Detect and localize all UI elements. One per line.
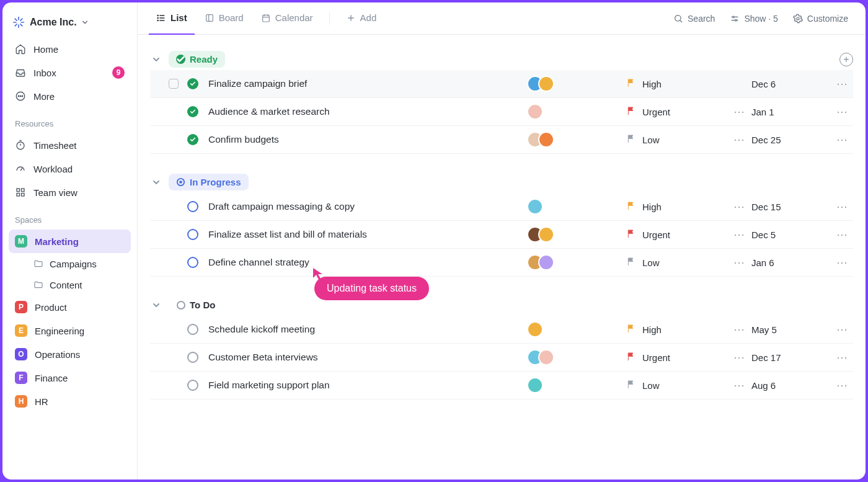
- priority-cell[interactable]: Low: [626, 134, 732, 146]
- priority-cell[interactable]: Urgent: [626, 106, 732, 118]
- avatar[interactable]: [527, 199, 543, 215]
- nav-teamview[interactable]: Team view: [9, 181, 131, 204]
- assignees[interactable]: [527, 254, 626, 270]
- avatar[interactable]: [538, 254, 554, 270]
- task-title[interactable]: Field marketing support plan: [208, 380, 527, 391]
- task-status-icon[interactable]: [187, 257, 198, 268]
- avatar[interactable]: [527, 377, 543, 393]
- folder-item-content[interactable]: Content: [9, 274, 131, 295]
- nav-more[interactable]: More: [9, 84, 131, 108]
- task-row[interactable]: Customer Beta interviews Urgent ⋯ Dec 17…: [150, 344, 853, 372]
- row-more-button[interactable]: ⋯: [831, 256, 853, 269]
- avatar[interactable]: [538, 349, 554, 365]
- task-title[interactable]: Define channel strategy: [208, 257, 527, 268]
- task-row[interactable]: Finalize asset list and bill of material…: [150, 221, 853, 249]
- row-more-button[interactable]: ⋯: [831, 105, 853, 118]
- task-status-icon[interactable]: [187, 229, 198, 240]
- collapse-icon[interactable]: [150, 53, 162, 66]
- row-more-button[interactable]: ⋯: [831, 200, 853, 213]
- add-task-button[interactable]: +: [839, 53, 853, 66]
- show-action[interactable]: Show · 5: [724, 7, 784, 30]
- due-cell[interactable]: ⋯ Dec 15: [732, 200, 831, 213]
- assignees[interactable]: [527, 104, 626, 120]
- status-chip[interactable]: Ready: [169, 51, 225, 68]
- task-row[interactable]: Field marketing support plan Low ⋯ Aug 6…: [150, 372, 853, 399]
- task-status-icon[interactable]: [187, 201, 198, 212]
- assignees[interactable]: [527, 132, 626, 148]
- task-status-icon[interactable]: [187, 134, 198, 145]
- task-row[interactable]: Draft campaign messaging & copy High ⋯ D…: [150, 193, 853, 221]
- row-more-button[interactable]: ⋯: [831, 323, 853, 336]
- nav-workload[interactable]: Workload: [9, 157, 131, 181]
- nav-timesheet[interactable]: Timesheet: [9, 133, 131, 157]
- status-chip[interactable]: In Progress: [169, 174, 249, 190]
- priority-cell[interactable]: High: [626, 201, 732, 213]
- due-cell[interactable]: ⋯ Dec 5: [732, 228, 831, 241]
- row-more-button[interactable]: ⋯: [831, 228, 853, 241]
- view-tab-list[interactable]: List: [149, 2, 195, 35]
- priority-cell[interactable]: High: [626, 78, 732, 90]
- due-cell[interactable]: ⋯ Dec 25: [732, 133, 831, 146]
- task-status-icon[interactable]: [187, 78, 198, 89]
- status-chip[interactable]: To Do: [169, 297, 223, 313]
- task-title[interactable]: Draft campaign messaging & copy: [208, 201, 527, 212]
- due-cell[interactable]: ⋯ Aug 6: [732, 378, 831, 392]
- task-status-icon[interactable]: [187, 106, 198, 117]
- assignees[interactable]: [527, 226, 626, 243]
- avatar[interactable]: [527, 104, 543, 120]
- nav-home[interactable]: Home: [9, 37, 131, 61]
- row-more-button[interactable]: ⋯: [831, 350, 853, 364]
- assignees[interactable]: [527, 321, 626, 337]
- due-cell[interactable]: Dec 6: [732, 79, 831, 89]
- row-more-button[interactable]: ⋯: [831, 133, 853, 146]
- row-more-button[interactable]: ⋯: [831, 378, 853, 392]
- task-row[interactable]: Define channel strategy Low ⋯ Jan 6 ⋯: [150, 249, 853, 277]
- assignees[interactable]: [527, 377, 626, 393]
- collapse-icon[interactable]: [150, 299, 162, 311]
- task-status-icon[interactable]: [187, 380, 198, 391]
- avatar[interactable]: [538, 132, 554, 148]
- avatar[interactable]: [538, 76, 554, 92]
- space-item-hr[interactable]: H HR: [9, 390, 131, 413]
- task-row[interactable]: Finalize campaign brief High Dec 6 ⋯: [150, 70, 853, 98]
- customize-action[interactable]: Customize: [787, 7, 854, 30]
- priority-cell[interactable]: High: [626, 324, 732, 336]
- folder-item-campaigns[interactable]: Campaigns: [9, 253, 131, 274]
- task-title[interactable]: Schedule kickoff meeting: [208, 324, 527, 335]
- space-item-engineering[interactable]: E Engineering: [9, 319, 131, 342]
- task-row[interactable]: Confirm budgets Low ⋯ Dec 25 ⋯: [150, 126, 853, 154]
- task-title[interactable]: Customer Beta interviews: [208, 352, 527, 363]
- space-item-product[interactable]: P Product: [9, 295, 131, 319]
- checkbox[interactable]: [169, 79, 179, 89]
- avatar[interactable]: [527, 321, 543, 337]
- assignees[interactable]: [527, 76, 626, 92]
- task-status-icon[interactable]: [187, 324, 198, 335]
- assignees[interactable]: [527, 199, 626, 215]
- collapse-icon[interactable]: [150, 176, 162, 189]
- nav-inbox[interactable]: Inbox 9: [9, 61, 131, 84]
- space-item-finance[interactable]: F Finance: [9, 366, 131, 390]
- row-more-button[interactable]: ⋯: [831, 77, 853, 91]
- task-title[interactable]: Audience & market research: [208, 106, 527, 117]
- due-cell[interactable]: ⋯ Dec 17: [732, 350, 831, 364]
- due-cell[interactable]: ⋯ Jan 6: [732, 256, 831, 269]
- task-title[interactable]: Finalize asset list and bill of material…: [208, 229, 527, 240]
- search-action[interactable]: Search: [667, 7, 721, 30]
- view-add[interactable]: Add: [339, 2, 384, 35]
- due-cell[interactable]: ⋯ Jan 1: [732, 105, 831, 118]
- task-title[interactable]: Confirm budgets: [208, 134, 527, 145]
- due-cell[interactable]: ⋯ May 5: [732, 323, 831, 336]
- priority-cell[interactable]: Low: [626, 380, 732, 391]
- task-row[interactable]: Audience & market research Urgent ⋯ Jan …: [150, 98, 853, 126]
- task-row[interactable]: Schedule kickoff meeting High ⋯ May 5 ⋯: [150, 316, 853, 344]
- view-tab-calendar[interactable]: Calendar: [254, 2, 321, 35]
- task-title[interactable]: Finalize campaign brief: [208, 78, 527, 89]
- priority-cell[interactable]: Low: [626, 257, 732, 269]
- priority-cell[interactable]: Urgent: [626, 229, 732, 241]
- view-tab-board[interactable]: Board: [197, 2, 251, 35]
- task-status-icon[interactable]: [187, 352, 198, 363]
- assignees[interactable]: [527, 349, 626, 365]
- priority-cell[interactable]: Urgent: [626, 352, 732, 364]
- space-item-operations[interactable]: O Operations: [9, 342, 131, 366]
- avatar[interactable]: [538, 226, 554, 243]
